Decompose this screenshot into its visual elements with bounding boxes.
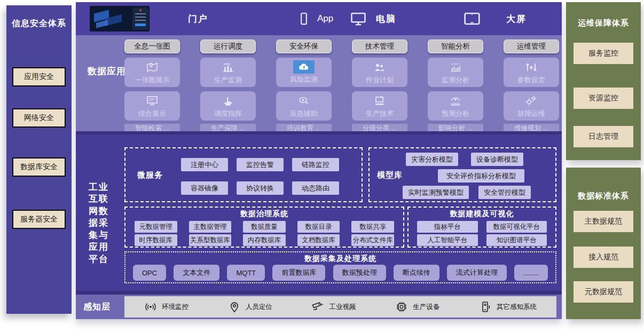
governance-row2: 时序数据库 关系型数据库 内存数据库 文档数据库 分布式文件库 xyxy=(129,234,400,246)
chip: 安全管控模型 xyxy=(478,186,531,199)
standard-item-access: 接入规范 xyxy=(574,247,633,268)
collection-row: OPC 文本文件 MQTT 前置数据库 数据预处理 断点续传 流式计算处理 ..… xyxy=(133,265,548,281)
pc-label: 电脑 xyxy=(376,13,396,25)
chip: 前置数据库 xyxy=(272,265,325,281)
map-icon xyxy=(145,61,159,74)
column-header: 全息一张图 xyxy=(124,39,180,53)
data-governance-title: 数据治理系统 xyxy=(125,209,403,219)
data-collection-box: 数据采集及处理系统 OPC 文本文件 MQTT 前置数据库 数据预处理 断点续传… xyxy=(124,251,556,283)
model-library-box: 模型库 灾害分析模型 设备诊断模型 安全评价指标分析模型 实时监测预警模型 安全… xyxy=(368,147,556,202)
chip: 容器镜像 xyxy=(181,181,228,195)
divider xyxy=(76,291,562,295)
chip: 数据共享 xyxy=(351,221,394,233)
magnifier-icon xyxy=(297,94,311,107)
portal-label: 门户 xyxy=(188,13,208,25)
data-standard-title: 数据标准体系 xyxy=(566,191,641,201)
data-standard-panel: 数据标准体系 主数据规范 接入规范 元数据规范 xyxy=(566,168,641,319)
model-library-row3: 实时监测预警模型 安全管控模型 xyxy=(403,186,531,199)
om-guarantee-title: 运维保障体系 xyxy=(566,18,641,28)
perception-layer-section: 感知层 环境监控 人员定位 工业视频 生产设备 xyxy=(76,295,562,319)
data-collection-title: 数据采集及处理系统 xyxy=(125,254,555,264)
app-tile: 参数设定 xyxy=(504,58,559,87)
chip: MQTT xyxy=(227,265,265,281)
column-header: 安全环保 xyxy=(276,39,332,53)
microservices-row1: 注册中心 监控告警 链路监控 xyxy=(181,158,339,171)
perception-layer-label: 感知层 xyxy=(83,302,111,313)
modeling-row1: 指标平台 数据可视化平台 xyxy=(413,221,551,233)
chip: 链路监控 xyxy=(292,158,339,171)
app-label: App xyxy=(317,13,333,24)
cctv-icon xyxy=(311,300,324,313)
column-holographic-map: 全息一张图 一张图展示 综合展示 智能检索 ... xyxy=(124,39,180,133)
app-tile: 故障运维 xyxy=(504,91,559,121)
data-modeling-box: 数据建模及可视化 指标平台 数据可视化平台 人工智能平台 知识图谱平台 xyxy=(407,207,556,248)
chip: 分布式文件库 xyxy=(351,234,394,246)
hand-pointer-icon xyxy=(222,94,234,107)
security-item-network: 网络安全 xyxy=(12,108,66,128)
information-security-title: 信息安全体系 xyxy=(6,18,72,29)
column-intelligent-analysis: 智能分析 监测分析 预测分析 影响分析 ... xyxy=(428,39,483,133)
chip: 指标平台 xyxy=(417,221,478,233)
standard-item-metadata: 元数据规范 xyxy=(574,281,633,303)
column-operation-dispatch: 运行调度 生产监测 调度指挥 生产保障 ... xyxy=(200,39,256,133)
chip: 注册中心 xyxy=(181,158,228,171)
data-governance-box: 数据治理系统 元数据管理 主数据管理 数据质量 数据目录 数据共享 时序数据库 … xyxy=(124,207,404,248)
security-item-application: 应用安全 xyxy=(12,67,66,86)
om-item-service-monitoring: 服务监控 xyxy=(574,43,633,64)
microservices-box: 微服务 注册中心 监控告警 链路监控 容器镜像 协议转换 动态路由 xyxy=(124,147,363,202)
tools-icon xyxy=(524,94,538,107)
perception-item: 工业视频 xyxy=(311,300,356,313)
broadcast-icon xyxy=(144,300,157,313)
chip: 时序数据库 xyxy=(135,234,177,246)
column-header: 智能分析 xyxy=(428,39,483,53)
bigscreen-label: 大屏 xyxy=(506,13,527,25)
app-tile: 生产监测 xyxy=(200,58,256,87)
model-library-row2: 安全评价指标分析模型 xyxy=(438,169,524,183)
app-tile: 综合展示 xyxy=(124,91,180,121)
om-item-log-management: 日志管理 xyxy=(574,126,633,147)
perception-item: 环境监控 xyxy=(144,300,189,313)
security-item-database: 数据库安全 xyxy=(12,157,66,177)
perception-items-bar: 环境监控 人员定位 工业视频 生产设备 其它感知系统 xyxy=(124,296,556,318)
app-tile: 作业计划 xyxy=(352,58,407,87)
column-technical-management: 技术管理 作业计划 生产技术 分级分类 ... xyxy=(352,39,407,133)
chip: 数据质量 xyxy=(243,221,286,233)
main-diagram-area: 门户 App 电脑 大屏 数据应用 全息一张图 一张图展示 xyxy=(76,2,562,319)
access-channels-header: 门户 App 电脑 大屏 xyxy=(76,2,562,35)
chip: 知识图谱平台 xyxy=(486,234,547,246)
chip: 人工智能平台 xyxy=(417,234,478,246)
arrows-updown-icon xyxy=(524,61,538,74)
chip: 设备诊断模型 xyxy=(471,153,523,166)
portal-screenshot-thumbnail xyxy=(90,6,150,31)
chip: 文本文件 xyxy=(174,265,219,281)
chip: 数据可视化平台 xyxy=(486,221,547,233)
architecture-diagram: 信息安全体系 应用安全 网络安全 数据库安全 服务器安全 门户 App 电脑 大… xyxy=(0,0,644,333)
chip: 协议转换 xyxy=(237,181,284,195)
microservices-row2: 容器镜像 协议转换 动态路由 xyxy=(181,181,339,195)
modeling-row2: 人工智能平台 知识图谱平台 xyxy=(413,234,551,246)
portal-login-panel xyxy=(132,7,148,30)
app-tile: 预测分析 xyxy=(428,91,483,121)
cloud-lightning-icon xyxy=(298,61,310,73)
location-pin-icon xyxy=(228,300,241,313)
monitor-icon xyxy=(349,11,367,27)
data-application-section: 数据应用 全息一张图 一张图展示 综合展示 智能检索 ... 运行调度 xyxy=(76,35,562,131)
perception-item: 其它感知系统 xyxy=(479,300,537,313)
perception-item: 人员定位 xyxy=(228,300,272,313)
column-header: 运行调度 xyxy=(200,39,256,53)
platform-label: 工业互联网数据采集与应用平台 xyxy=(89,181,110,265)
sensor-device-icon xyxy=(479,300,492,313)
app-tile: 风险监测 xyxy=(276,58,332,87)
chip-icon xyxy=(395,300,408,313)
laptop-icon xyxy=(373,94,387,107)
model-library-row1: 灾害分析模型 设备诊断模型 xyxy=(406,153,523,166)
team-icon xyxy=(373,61,387,74)
column-safety-environment: 安全环保 风险监测 应急辅助 培训教育 ... xyxy=(276,39,332,133)
chip: OPC xyxy=(133,265,166,281)
chip: 灾害分析模型 xyxy=(406,153,458,166)
governance-row1: 元数据管理 主数据管理 数据质量 数据目录 数据共享 xyxy=(129,221,400,233)
production-chart-icon xyxy=(221,61,235,74)
column-header: 技术管理 xyxy=(352,39,407,53)
chip: 数据预处理 xyxy=(333,265,386,281)
information-security-panel: 信息安全体系 应用安全 网络安全 数据库安全 服务器安全 xyxy=(6,5,72,314)
